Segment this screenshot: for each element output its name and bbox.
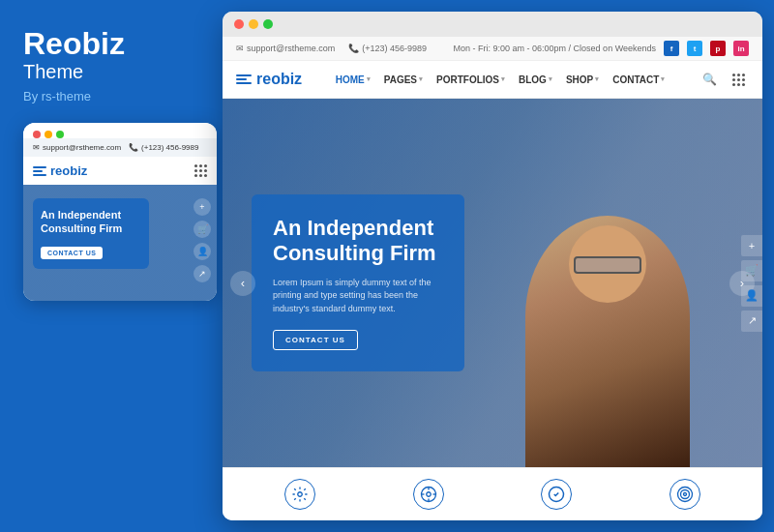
shop-caret-icon: ▾ [595,75,599,83]
app-title: Reobiz [23,27,125,61]
left-panel: Reobiz Theme By rs-theme ✉ support@rsthe… [0,0,223,532]
nav-link-portfolios[interactable]: PORTFOLIOS ▾ [436,74,505,85]
svg-point-9 [683,493,686,496]
hero-cart-icon[interactable]: 🛒 [741,260,762,281]
gd [742,83,745,86]
mobile-topbar: ✉ support@rstheme.com 📞 (+123) 456-9989 [23,138,217,157]
pinterest-icon[interactable]: p [710,41,726,56]
logo-bar-2 [236,78,247,80]
mobile-dot-green [56,131,64,138]
search-icon[interactable]: 🔍 [699,69,720,90]
hero-description: Lorem Ipsum is simply dummy text of the … [273,277,443,316]
mobile-contact-button[interactable]: CONTACT US [41,247,103,259]
gd [732,74,735,76]
topbar-phone: 📞 (+123) 456-9989 [348,44,427,53]
hero-prev-button[interactable]: ‹ [230,271,255,296]
mobile-hero: An Independent Consulting Firm CONTACT U… [23,185,217,301]
mobile-email-item: ✉ support@rstheme.com [33,143,121,152]
topbar-left: ✉ support@rstheme.com 📞 (+123) 456-9989 [236,44,427,53]
hero-person-image [511,99,704,467]
mobile-side-icons: + 🛒 👤 ↗ [194,198,211,282]
bottom-icon-target [670,479,700,510]
instagram-icon[interactable]: in [733,41,749,56]
portfolios-caret-icon: ▾ [501,75,505,83]
nav-link-contact[interactable]: CONTACT ▾ [612,74,665,85]
settings-icon[interactable] [284,479,315,510]
site-nav-links: HOME ▾ PAGES ▾ PORTFOLIOS ▾ BLOG ▾ SHOP … [336,74,666,85]
email-icon: ✉ [236,44,244,53]
mobile-email: support@rstheme.com [43,143,121,152]
logo-bar-2 [33,170,43,172]
grid-menu-icon[interactable] [728,69,749,90]
site-topbar: ✉ support@rstheme.com 📞 (+123) 456-9989 … [223,37,762,61]
person-glasses [574,256,641,274]
logo-bar-3 [33,174,46,176]
svg-point-7 [677,488,692,502]
mobile-zoom-icon[interactable]: + [194,198,211,216]
hero-title: An Independent Consulting Firm [273,216,443,267]
grid-icon [732,74,745,86]
site-bottom-strip [223,467,762,520]
grid-dot [204,164,207,167]
bottom-icon-tools [413,479,444,510]
hero-profile-icon[interactable]: 👤 [741,285,762,307]
site-nav: reobiz HOME ▾ PAGES ▾ PORTFOLIOS ▾ BLOG … [223,61,762,99]
mobile-phone: (+123) 456-9989 [141,143,198,152]
tools-icon[interactable] [413,479,444,510]
logo-bar-1 [33,166,46,168]
gd [737,83,740,86]
app-subtitle: Theme [23,61,83,83]
hero-share-icon[interactable]: ↗ [741,310,762,332]
mobile-hero-title: An Independent Consulting Firm [41,208,141,236]
nav-link-shop[interactable]: SHOP ▾ [566,74,599,85]
hero-content-box: An Independent Consulting Firm Lorem Ips… [252,194,464,371]
gd [732,83,735,86]
facebook-icon[interactable]: f [664,41,679,56]
hero-contact-button[interactable]: CONTACT US [273,330,358,350]
mobile-dot-red [33,131,41,138]
checkmark-icon[interactable] [541,479,572,510]
pages-caret-icon: ▾ [419,75,423,83]
phone-icon: 📞 [348,44,359,53]
mobile-profile-icon[interactable]: 👤 [194,243,211,260]
mobile-menu-icon[interactable] [194,164,207,177]
target-icon[interactable] [670,479,700,510]
browser-titlebar [223,12,762,37]
app-author: By rs-theme [23,89,91,103]
mobile-phone-item: 📞 (+123) 456-9989 [129,143,198,152]
home-caret-icon: ▾ [367,75,371,83]
browser-dot-red [234,19,244,29]
mobile-nav: reobiz [23,157,217,185]
nav-link-pages[interactable]: PAGES ▾ [384,74,423,85]
grid-dot [199,174,202,177]
site-logo-bars-icon [236,74,252,84]
topbar-hours: Mon - Fri: 9:00 am - 06:00pm / Closed on… [454,44,656,53]
twitter-icon[interactable]: t [687,41,702,56]
mobile-logo-icon [33,166,46,176]
grid-dot [194,174,197,177]
mobile-dot-yellow [45,131,52,138]
site-hero: ‹ An Independent Consulting Firm Lorem I… [223,99,762,467]
nav-link-home[interactable]: HOME ▾ [336,74,371,85]
logo-bar-3 [236,82,252,84]
mobile-share-icon[interactable]: ↗ [194,265,211,282]
topbar-email-text: support@rstheme.com [247,44,335,53]
browser-dot-green [263,19,273,29]
nav-link-blog[interactable]: BLOG ▾ [519,74,552,85]
hero-side-icons: + 🛒 👤 ↗ [741,235,762,332]
logo-bar-1 [236,74,252,76]
browser-window: ✉ support@rstheme.com 📞 (+123) 456-9989 … [223,12,762,520]
grid-dot [199,164,202,167]
svg-point-0 [298,492,303,497]
gd [737,74,740,76]
mobile-cart-icon[interactable]: 🛒 [194,221,211,238]
blog-caret-icon: ▾ [549,75,552,83]
hero-zoom-icon[interactable]: + [741,235,762,256]
grid-dot [199,169,202,172]
site-nav-icons: 🔍 [699,69,749,90]
gd [742,74,745,76]
mobile-logo: reobiz [33,163,87,178]
bottom-icon-check [541,479,572,510]
mobile-hero-overlay: An Independent Consulting Firm CONTACT U… [33,198,149,269]
gd [742,78,745,81]
